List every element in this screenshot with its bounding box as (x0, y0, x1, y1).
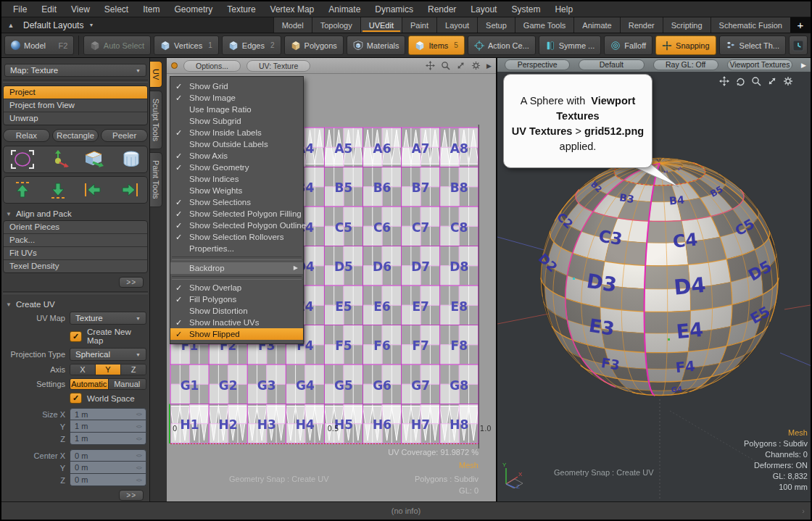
projection-command[interactable]: Unwrap (4, 112, 147, 125)
layout-tab[interactable]: Scripting (663, 17, 710, 33)
tool-category-tab[interactable]: Sculpt Tools (150, 91, 162, 149)
size-field[interactable]: 1 m<> (70, 408, 146, 420)
ellipse-region-tool[interactable] (5, 149, 39, 170)
auto-select-button[interactable]: Auto Select (83, 36, 151, 55)
create-uv-section-header[interactable]: ▼ Create UV (6, 300, 145, 309)
create-new-map-checkbox[interactable]: ✓ (70, 331, 82, 342)
pan-icon[interactable] (719, 76, 729, 86)
move-left-button[interactable] (76, 179, 110, 201)
uv-tool-button[interactable]: Peeler (101, 129, 148, 142)
materials-mode-button[interactable]: Materials (347, 36, 406, 55)
context-menu-item[interactable]: ✓ Show Indices ▶ (170, 173, 303, 185)
center-field[interactable]: 0 m<> (70, 474, 146, 486)
menu-dynamics[interactable]: Dynamics (368, 2, 420, 17)
size-field[interactable]: 1 m<> (70, 433, 146, 445)
context-menu-item[interactable]: ✓ Fill Polygons ▶ (170, 293, 303, 305)
gear-icon[interactable] (471, 61, 481, 70)
size-field[interactable]: 1 m<> (70, 420, 146, 433)
projection-type-selector[interactable]: Spherical▼ (70, 348, 146, 361)
spinner-icon[interactable]: <> (136, 452, 141, 459)
spinner-icon[interactable]: <> (136, 435, 141, 442)
menu-layout[interactable]: Layout (463, 2, 504, 17)
header-chevron-icon[interactable]: ▶ (801, 62, 806, 69)
spinner-icon[interactable]: <> (136, 423, 141, 430)
axis-option[interactable]: Z (121, 364, 146, 375)
align-pack-command[interactable]: Texel Density (4, 260, 147, 272)
context-menu-item[interactable]: ✓ Backdrop ▶ (170, 262, 303, 274)
context-menu-item[interactable]: ✓ Properties... ▶ (170, 243, 303, 254)
maximize-icon[interactable] (456, 61, 465, 70)
layout-tab[interactable]: UVEdit (360, 17, 402, 33)
context-menu-item[interactable]: ✓ Show Selection Rollovers ▶ (170, 231, 303, 243)
context-menu-item[interactable]: ✓ Show Selected Polygon Outline ▶ (170, 220, 303, 231)
spinner-icon[interactable]: <> (136, 464, 141, 471)
context-menu-item[interactable]: ✓ Show Subgrid ▶ (170, 115, 303, 127)
zoom-icon[interactable] (751, 76, 761, 86)
cylinder-projection-tool[interactable] (112, 149, 146, 170)
layout-tab[interactable]: Setup (477, 17, 515, 33)
items-mode-button[interactable]: Items5 (408, 36, 464, 55)
edges-mode-button[interactable]: Edges2 (222, 36, 281, 55)
pan-icon[interactable] (426, 61, 435, 70)
context-menu-item[interactable]: ✓ Use Image Ratio ▶ (170, 104, 303, 115)
layout-tab[interactable]: Layout (436, 17, 477, 33)
menu-view[interactable]: View (64, 2, 97, 17)
rotate-icon[interactable] (735, 76, 745, 86)
collapse-layouts-icon[interactable]: ▲ (1, 22, 20, 29)
menu-file[interactable]: File (6, 2, 34, 17)
menu-texture[interactable]: Texture (220, 2, 262, 17)
default-layouts-menu[interactable]: Default Layouts (20, 20, 86, 30)
symmetry-button[interactable]: Symme ... (539, 36, 602, 55)
context-menu-item[interactable]: ✓ Show Geometry ▶ (170, 162, 303, 173)
settings-option[interactable]: Automatic (70, 379, 109, 389)
center-field[interactable]: 0 m<> (70, 449, 146, 462)
status-scroll-icon[interactable]: › (802, 507, 805, 515)
context-menu-item[interactable]: ✓ ▶ (172, 257, 302, 260)
context-menu-item[interactable]: ✓ Show Selections ▶ (170, 196, 303, 208)
viewport-textures-button[interactable]: Viewport Textures (727, 59, 792, 70)
align-pack-command[interactable]: Fit UVs (4, 247, 147, 260)
context-menu-item[interactable]: ✓ Show Inside Labels ▶ (170, 127, 303, 138)
menu-item[interactable]: Item (136, 2, 167, 17)
polygons-mode-button[interactable]: Polygons (284, 36, 344, 55)
move-down-button[interactable] (41, 179, 75, 201)
context-menu-item[interactable]: ✓ ▶ (172, 276, 302, 280)
menu-system[interactable]: System (504, 2, 547, 17)
layout-tab[interactable]: Schematic Fusion (710, 17, 790, 33)
time-tool-button[interactable] (789, 36, 808, 55)
gear-icon[interactable] (783, 76, 793, 86)
viewport-menu-dot-icon[interactable] (171, 62, 178, 69)
layout-tab[interactable]: Render (620, 17, 663, 33)
projection-command[interactable]: Project from View (4, 99, 147, 112)
vertex-map-selector[interactable]: Map: Texture▼ (4, 64, 146, 77)
vertices-mode-button[interactable]: Vertices1 (154, 36, 219, 55)
view-type-button[interactable]: Perspective (505, 59, 570, 70)
layout-tab[interactable]: Model (273, 17, 312, 33)
layout-tab[interactable]: Topology (312, 17, 360, 33)
menu-vertex-map[interactable]: Vertex Map (263, 2, 322, 17)
uv-map-selector[interactable]: Texture▼ (70, 312, 146, 325)
menu-edit[interactable]: Edit (34, 2, 64, 17)
context-menu-item[interactable]: ✓ Show Weights ▶ (170, 185, 303, 196)
axis-option[interactable]: Y (96, 364, 121, 375)
drop-action-tool[interactable] (41, 149, 75, 170)
layout-tab[interactable]: Game Tools (515, 17, 574, 33)
center-field[interactable]: 0 m<> (70, 462, 146, 474)
add-layout-tab-button[interactable]: + (790, 17, 811, 33)
shading-style-button[interactable]: Default (579, 59, 644, 70)
menu-select[interactable]: Select (97, 2, 136, 17)
menu-geometry[interactable]: Geometry (167, 2, 220, 17)
layout-tab[interactable]: Paint (402, 17, 436, 33)
header-chevron-icon[interactable]: ▶ (486, 62, 492, 70)
context-menu-item[interactable]: ✓ Show Grid ▶ (170, 80, 303, 92)
spinner-icon[interactable]: <> (136, 411, 141, 417)
action-center-button[interactable]: Action Ce... (468, 36, 536, 55)
align-pack-section-header[interactable]: ▼ Align and Pack (6, 209, 145, 218)
context-menu-item[interactable]: ✓ Show Selected Polygon Filling ▶ (170, 208, 303, 220)
menu-animate[interactable]: Animate (321, 2, 368, 17)
ray-gl-button[interactable]: Ray GL: Off (653, 59, 718, 70)
settings-option[interactable]: Manual (109, 379, 146, 389)
align-pack-command[interactable]: Pack... (4, 234, 147, 247)
projection-command[interactable]: Project (4, 86, 147, 99)
falloff-button[interactable]: Falloff (604, 36, 652, 55)
